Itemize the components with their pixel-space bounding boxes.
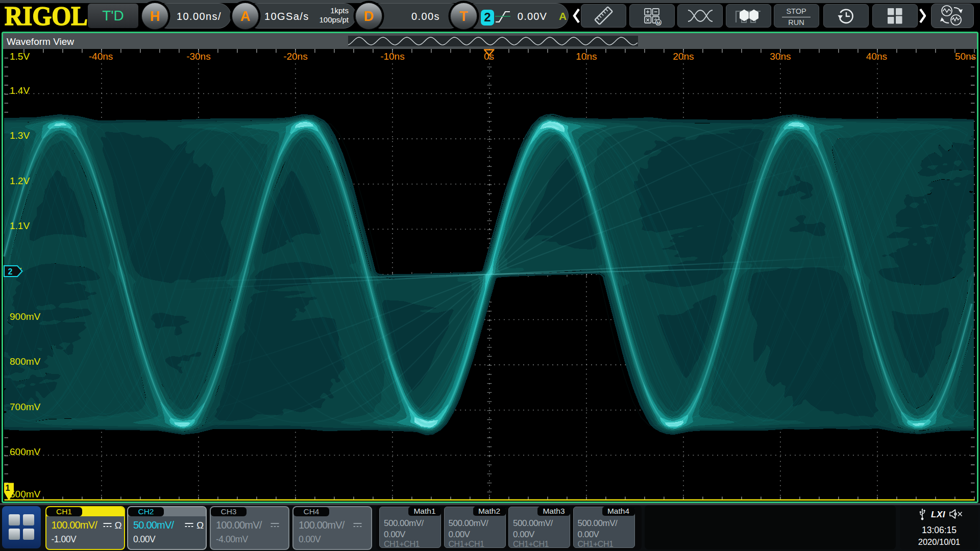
svg-text:1.5V: 1.5V [10,51,30,62]
svg-text:-30ns: -30ns [186,51,211,62]
svg-text:1: 1 [6,484,10,492]
svg-text:1.2V: 1.2V [10,176,30,186]
svg-text:-40ns: -40ns [89,51,113,62]
svg-text:10ns: 10ns [576,51,597,62]
svg-text:2: 2 [8,267,13,276]
svg-text:-20ns: -20ns [283,51,308,62]
svg-text:1.3V: 1.3V [10,130,30,141]
svg-text:20ns: 20ns [673,51,694,62]
svg-text:900mV: 900mV [10,311,41,322]
svg-text:30ns: 30ns [770,51,791,62]
svg-text:50ns: 50ns [955,51,976,62]
svg-text:M: M [656,20,660,25]
svg-text:500mV: 500mV [10,489,41,499]
svg-text:-10ns: -10ns [380,51,405,62]
svg-text:1.1V: 1.1V [10,220,30,231]
svg-text:600mV: 600mV [10,446,41,457]
svg-text:700mV: 700mV [10,402,41,412]
svg-text:800mV: 800mV [10,356,41,367]
svg-text:1.4V: 1.4V [10,85,30,96]
svg-text:40ns: 40ns [866,51,887,62]
